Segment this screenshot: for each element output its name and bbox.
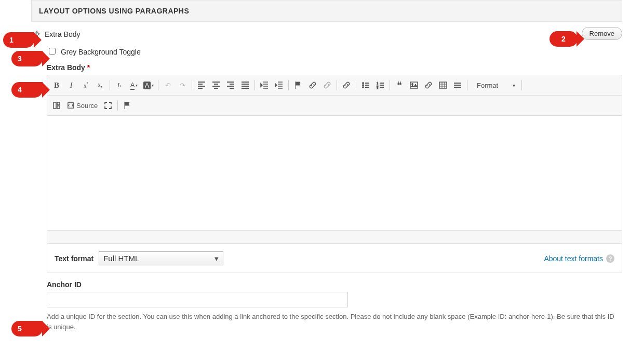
svg-rect-8 [439,82,447,88]
anchor-icon[interactable] [339,78,354,92]
separator [337,80,337,90]
svg-rect-10 [57,102,60,105]
section-header: LAYOUT OPTIONS USING PARAGRAPHS [31,0,622,22]
separator [254,80,255,90]
svg-text:3: 3 [377,87,379,89]
text-format-selected: Full HTML [103,254,139,263]
text-format-select[interactable]: Full HTML [99,251,223,265]
bold-icon[interactable]: B [49,78,64,92]
extra-body-field: Extra Body * B I x² x₂ Iₓ A▾ A▾ ↶ ↷ [47,63,622,273]
format-dropdown-label: Format [477,82,498,89]
outdent-icon[interactable] [257,78,272,92]
paragraph-header-row: ✥ Extra Body Remove [31,22,622,39]
image-icon[interactable] [407,78,421,92]
anchor-id-field: Anchor ID Add a unique ID for the sectio… [47,280,622,332]
help-icon: ? [606,254,614,263]
table-icon[interactable] [436,78,450,92]
annotation-marker-2: 2 [550,31,578,47]
svg-point-0 [363,83,364,84]
editor-footer [47,230,622,244]
templates-icon[interactable] [49,99,64,112]
editor-toolbar-row2: Source [47,96,622,116]
maximize-icon[interactable] [101,99,115,112]
separator [192,80,192,90]
editor-content-area[interactable] [47,116,622,230]
unlink-icon[interactable] [320,78,334,92]
anchor-id-label: Anchor ID [47,280,622,289]
annotation-marker-1: 1 [3,32,34,48]
section-title: LAYOUT OPTIONS USING PARAGRAPHS [39,7,614,15]
annotation-marker-3: 3 [11,51,43,66]
source-icon [67,102,74,109]
italic-icon[interactable]: I [64,78,78,92]
media-link-icon[interactable] [421,78,436,92]
svg-rect-9 [53,102,56,109]
align-center-icon[interactable] [209,78,223,92]
svg-point-1 [363,85,364,86]
source-button[interactable]: Source [64,100,101,111]
grey-background-text: Grey Background Toggle [61,48,141,56]
text-format-row: Text format Full HTML About text formats… [47,244,622,273]
annotation-marker-5: 5 [11,321,43,336]
separator [110,80,110,90]
separator [158,80,158,90]
horizontal-rule-icon[interactable] [450,78,465,92]
anchor-id-description: Add a unique ID for the section. You can… [47,312,618,332]
separator [467,80,467,90]
grey-background-field: Grey Background Toggle [47,46,622,56]
wysiwyg-editor: B I x² x₂ Iₓ A▾ A▾ ↶ ↷ [47,75,622,244]
svg-point-2 [363,87,364,88]
align-left-icon[interactable] [194,78,209,92]
remove-button[interactable]: Remove [582,27,622,40]
source-label: Source [76,102,98,110]
extra-body-label-text: Extra Body [47,63,85,72]
link-icon[interactable] [305,78,320,92]
svg-point-7 [412,84,413,85]
separator [117,100,118,111]
text-format-label: Text format [55,254,93,263]
separator [521,80,522,90]
bullet-list-icon[interactable] [358,78,373,92]
format-dropdown[interactable]: Format ▾ [473,80,519,91]
subscript-icon[interactable]: x₂ [93,78,108,92]
required-asterisk: * [87,63,90,72]
editor-toolbar-row1: B I x² x₂ Iₓ A▾ A▾ ↶ ↷ [47,75,622,96]
separator [288,80,289,90]
paragraph-type-label: Extra Body [45,30,80,38]
extra-body-label: Extra Body * [47,63,622,72]
remove-format-icon[interactable]: Iₓ [112,78,127,92]
undo-icon[interactable]: ↶ [160,78,175,92]
superscript-icon[interactable]: x² [78,78,93,92]
flag-icon[interactable] [291,78,305,92]
grey-background-label[interactable]: Grey Background Toggle [47,48,141,56]
chevron-down-icon: ▾ [513,83,515,88]
align-justify-icon[interactable] [238,78,252,92]
blockquote-icon[interactable]: ❝ [392,78,407,92]
flag2-icon[interactable] [120,99,135,112]
svg-rect-11 [57,106,60,109]
indent-icon[interactable] [272,78,286,92]
separator [390,80,390,90]
about-text-formats-text: About text formats [544,254,603,263]
about-text-formats-link[interactable]: About text formats ? [544,254,614,263]
separator [356,80,356,90]
annotation-marker-4: 4 [11,82,43,98]
numbered-list-icon[interactable]: 123 [373,78,387,92]
anchor-id-input[interactable] [47,292,348,307]
redo-icon[interactable]: ↷ [175,78,190,92]
background-color-icon[interactable]: A▾ [141,78,156,92]
text-color-icon[interactable]: A▾ [127,78,141,92]
align-right-icon[interactable] [223,78,238,92]
